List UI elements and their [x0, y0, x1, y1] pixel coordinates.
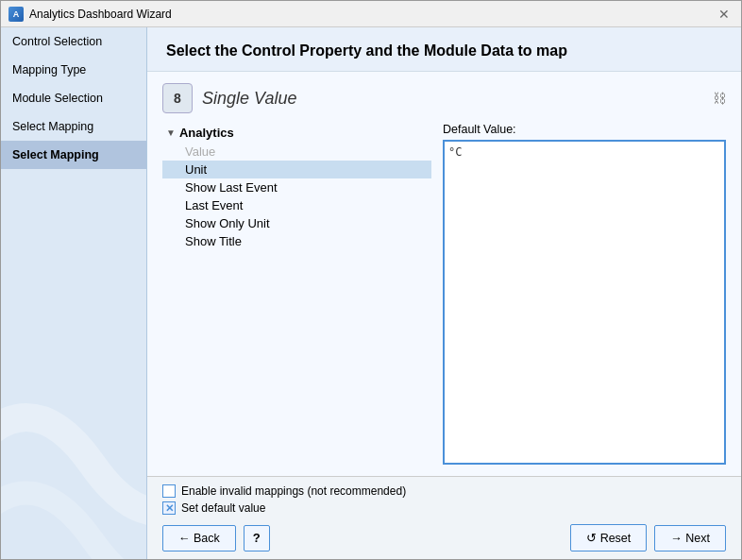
two-panel: ▼ Analytics Value Unit Show Last Event: [162, 123, 726, 465]
widget-icon: 8: [162, 83, 193, 113]
title-bar: A Analytics Dashboard Wizard ✕: [1, 1, 741, 27]
content-body: 8 Single Value ⛓ ▼ Analytics Value: [147, 72, 741, 476]
wizard-window: A Analytics Dashboard Wizard ✕ Control S…: [0, 0, 742, 560]
sidebar-item-select-mapping-2[interactable]: Select Mapping: [1, 141, 146, 169]
app-icon: A: [8, 7, 24, 22]
btn-group-left: ← Back ?: [162, 525, 270, 552]
tree-item-show-title[interactable]: Show Title: [162, 232, 431, 250]
window-title: Analytics Dashboard Wizard: [29, 8, 715, 21]
footer: Enable invalid mappings (not recommended…: [147, 476, 741, 559]
sidebar-item-mapping-type[interactable]: Mapping Type: [1, 56, 146, 84]
btn-group-right: ↺ Reset → Next: [570, 524, 726, 552]
content-header: Select the Control Property and the Modu…: [147, 27, 741, 72]
checkbox-invalid-mappings[interactable]: [162, 484, 176, 498]
checkbox-row-1: Enable invalid mappings (not recommended…: [162, 484, 726, 498]
checkboxes: Enable invalid mappings (not recommended…: [162, 484, 726, 515]
checkbox-row-2: ✕ Set default value: [162, 501, 726, 515]
tree-item-last-event[interactable]: Last Event: [162, 196, 431, 214]
reset-button[interactable]: ↺ Reset: [570, 524, 647, 552]
checkbox-set-default[interactable]: ✕: [162, 501, 176, 515]
page-title: Select the Control Property and the Modu…: [166, 42, 722, 59]
link-icon: ⛓: [713, 91, 726, 106]
back-button[interactable]: ← Back: [162, 525, 236, 552]
tree-item-show-only-unit[interactable]: Show Only Unit: [162, 214, 431, 232]
sidebar: Control Selection Mapping Type Module Se…: [1, 27, 147, 559]
default-value-label: Default Value:: [443, 123, 726, 136]
right-panel: Default Value: °C: [443, 123, 726, 465]
sidebar-item-module-selection[interactable]: Module Selection: [1, 84, 146, 112]
widget-title: Single Value: [202, 89, 703, 109]
content-area: Select the Control Property and the Modu…: [147, 27, 741, 559]
tree-item-show-last-event[interactable]: Show Last Event: [162, 178, 431, 196]
widget-header: 8 Single Value ⛓: [162, 83, 726, 113]
checkbox-invalid-mappings-label: Enable invalid mappings (not recommended…: [181, 484, 406, 498]
sidebar-item-select-mapping-1[interactable]: Select Mapping: [1, 112, 146, 141]
footer-buttons: ← Back ? ↺ Reset → Next: [162, 524, 726, 552]
tree-root: ▼ Analytics: [162, 123, 431, 143]
help-button[interactable]: ?: [244, 525, 270, 552]
tree-item-unit[interactable]: Unit: [162, 161, 431, 178]
tree-item-value[interactable]: Value: [162, 143, 431, 161]
default-value-textarea[interactable]: °C: [443, 140, 726, 465]
main-content: Control Selection Mapping Type Module Se…: [1, 27, 741, 559]
next-button[interactable]: → Next: [654, 525, 726, 552]
tree-panel: ▼ Analytics Value Unit Show Last Event: [162, 123, 431, 465]
sidebar-item-control-selection[interactable]: Control Selection: [1, 27, 146, 56]
checkbox-set-default-label: Set default value: [181, 501, 265, 515]
close-button[interactable]: ✕: [715, 5, 734, 24]
